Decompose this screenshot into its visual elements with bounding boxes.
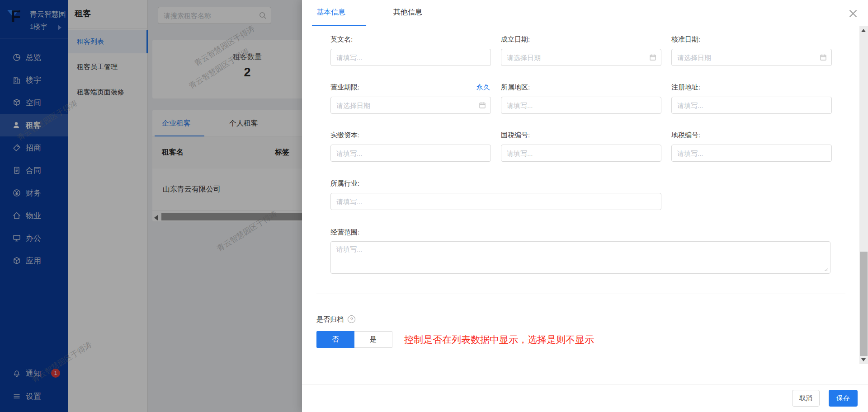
cancel-button[interactable]: 取消 bbox=[792, 390, 820, 407]
field-label-local-tax-no: 地税编号: bbox=[671, 131, 700, 140]
english-name-input[interactable] bbox=[330, 49, 491, 66]
drawer-scrollbar[interactable] bbox=[859, 26, 868, 364]
tenant-edit-drawer: 基本信息 其他信息 英文名: 成立日期: 核准日期: 营业期限: 永久 所属地区… bbox=[302, 0, 868, 412]
scroll-up-icon[interactable] bbox=[861, 29, 866, 32]
permanent-link[interactable]: 永久 bbox=[476, 83, 490, 92]
save-button[interactable]: 保存 bbox=[829, 390, 858, 407]
field-label-paid-capital: 实缴资本: bbox=[330, 131, 359, 140]
scroll-down-icon[interactable] bbox=[861, 358, 866, 361]
drawer-footer: 取消 保存 bbox=[302, 384, 868, 412]
founding-date-input[interactable] bbox=[501, 49, 661, 66]
archive-option-no[interactable]: 否 bbox=[316, 331, 354, 348]
app-window: F 青云智慧园区 1楼宇 总览 楼宇 空间 租客 招商 合同 bbox=[0, 0, 868, 412]
field-label-industry: 所属行业: bbox=[330, 179, 359, 188]
industry-input[interactable] bbox=[330, 193, 661, 210]
field-label-national-tax-no: 国税编号: bbox=[501, 131, 530, 140]
help-icon[interactable]: ? bbox=[348, 315, 355, 323]
section-divider bbox=[316, 294, 845, 294]
field-label-registered-address: 注册地址: bbox=[671, 83, 700, 92]
business-scope-textarea[interactable] bbox=[330, 241, 830, 274]
region-input[interactable] bbox=[501, 97, 661, 114]
drawer-mask[interactable] bbox=[0, 0, 302, 412]
field-label-business-term: 营业期限: bbox=[330, 83, 359, 92]
national-tax-no-input[interactable] bbox=[501, 145, 661, 162]
archive-label: 是否归档 bbox=[316, 315, 344, 324]
tab-basic-info[interactable]: 基本信息 bbox=[316, 8, 345, 17]
approval-date-input[interactable] bbox=[671, 49, 832, 66]
drawer-tabs: 基本信息 其他信息 bbox=[302, 0, 868, 26]
paid-capital-input[interactable] bbox=[330, 145, 491, 162]
tab-other-info[interactable]: 其他信息 bbox=[393, 8, 422, 17]
field-label-founding-date: 成立日期: bbox=[501, 35, 530, 44]
drawer-active-tab-indicator bbox=[312, 25, 366, 26]
field-label-region: 所属地区: bbox=[501, 83, 530, 92]
drawer-scrollbar-thumb[interactable] bbox=[860, 252, 868, 356]
close-icon[interactable] bbox=[848, 9, 858, 19]
archive-note: 控制是否在列表数据中显示，选择是则不显示 bbox=[404, 333, 594, 346]
field-label-business-scope: 经营范围: bbox=[330, 228, 359, 237]
local-tax-no-input[interactable] bbox=[671, 145, 832, 162]
field-label-english-name: 英文名: bbox=[330, 35, 353, 44]
registered-address-input[interactable] bbox=[671, 97, 832, 114]
field-label-approval-date: 核准日期: bbox=[671, 35, 700, 44]
business-term-input[interactable] bbox=[330, 97, 491, 114]
archive-option-yes[interactable]: 是 bbox=[354, 331, 392, 348]
